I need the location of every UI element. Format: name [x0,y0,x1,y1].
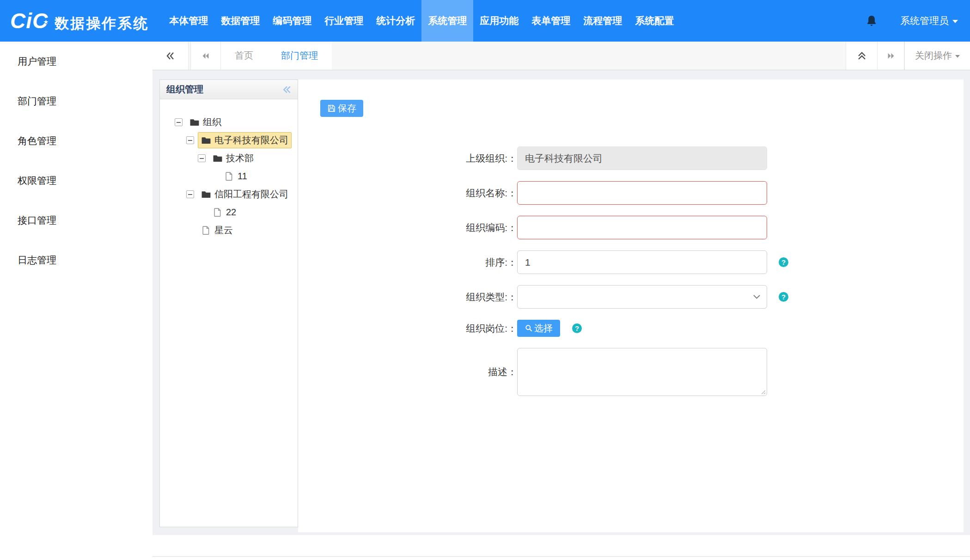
sidebar-item-interfaces[interactable]: 接口管理 [0,201,153,240]
nav-item-statistics[interactable]: 统计分析 [370,0,421,42]
tree-node-11[interactable]: 11 [160,167,298,185]
sidebar-item-logs[interactable]: 日志管理 [0,240,153,280]
parent-org-field [517,146,767,170]
label-colon: ： [507,153,517,164]
magnifier-icon [525,324,533,333]
sidebar-item-roles[interactable]: 角色管理 [0,121,153,161]
scroll-tabs-left-button[interactable] [190,42,221,70]
file-icon [213,207,223,218]
close-actions-dropdown[interactable]: 关闭操作 [904,42,970,70]
help-icon-org-post[interactable] [572,323,582,333]
panel-title: 组织管理 [166,83,203,96]
tree-node-label: 电子科技有限公司 [214,134,288,146]
chevrons-up-icon [856,50,867,61]
tree-node-label: 组织 [203,116,221,128]
nav-item-data[interactable]: 数据管理 [214,0,266,42]
form-row-description: 描述： [320,348,964,396]
org-form: 上级组织:： 组织名称:： 组织编码:： 排序:： 组织类 [320,146,964,396]
help-icon-org-type[interactable] [779,292,788,302]
navbar-right: 系统管理员 [865,14,958,27]
tree-node-label: 信阳工程有限公司 [214,188,288,201]
org-tree: 组织 电子科技有限公司 技术部 [160,99,298,239]
field-label: 组织类型: [466,292,507,302]
tab-home[interactable]: 首页 [221,42,267,70]
tree-node-company-1[interactable]: 电子科技有限公司 [160,131,298,149]
nav-item-workflow[interactable]: 流程管理 [577,0,628,42]
collapse-up-button[interactable] [846,42,878,70]
tree-node-root[interactable]: 组织 [160,113,298,131]
sidebar-item-permissions[interactable]: 权限管理 [0,161,153,201]
tabbar-spacer [332,42,846,70]
department-form-panel: 保存 上级组织:： 组织名称:： 组织编码:： 排序:： [298,79,964,532]
tree-node-xingyun[interactable]: 星云 [160,221,298,239]
folder-icon [189,117,200,128]
main-menu: 本体管理 数据管理 编码管理 行业管理 统计分析 系统管理 应用功能 表单管理 … [163,0,680,42]
field-label: 组织编码: [466,222,507,233]
tree-node-label: 22 [226,207,236,218]
folder-icon [213,153,223,164]
panel-collapse-button[interactable] [282,85,292,95]
form-row-org-code: 组织编码:： [320,216,964,239]
nav-item-config[interactable]: 系统配置 [628,0,680,42]
org-tree-header: 组织管理 [160,80,298,99]
product-name: 数据操作系统 [55,14,149,33]
chevron-down-icon [955,55,960,58]
org-tree-panel: 组织管理 组织 电子科技有限公司 [159,79,298,527]
nav-item-system[interactable]: 系统管理 [421,0,473,42]
form-row-org-post: 组织岗位:： 选择 [320,320,964,337]
sidebar-item-departments[interactable]: 部门管理 [0,81,153,121]
user-name: 系统管理员 [900,14,949,27]
logo-text: CiC★ [10,8,48,33]
tree-node-22[interactable]: 22 [160,203,298,221]
content-area: 组织管理 组织 电子科技有限公司 [153,70,970,532]
nav-item-ontology[interactable]: 本体管理 [163,0,214,42]
tab-departments[interactable]: 部门管理 [267,42,332,70]
org-name-field[interactable] [517,181,767,205]
bell-icon[interactable] [865,14,878,27]
label-colon: ： [507,257,517,268]
sidebar-item-users[interactable]: 用户管理 [0,42,153,81]
minus-square-icon[interactable] [186,190,194,198]
label-colon: ： [507,323,517,334]
field-label: 描述 [488,366,507,377]
form-row-org-type: 组织类型:： [320,285,964,309]
org-type-select[interactable] [517,285,767,309]
minus-square-icon[interactable] [186,136,194,144]
nav-item-encoding[interactable]: 编码管理 [266,0,318,42]
nav-item-forms[interactable]: 表单管理 [525,0,577,42]
help-icon-sort[interactable] [779,257,788,267]
form-row-org-name: 组织名称:： [320,181,964,205]
resize-handle[interactable] [760,389,766,395]
tree-node-label: 星云 [214,224,233,237]
description-textarea[interactable] [517,348,767,396]
nav-item-application[interactable]: 应用功能 [473,0,525,42]
folder-icon [201,189,211,200]
user-menu[interactable]: 系统管理员 [900,14,958,27]
fast-forward-icon [886,51,896,61]
sort-field[interactable] [517,250,767,274]
label-colon: ： [507,292,517,302]
tab-bar: 首页 部门管理 关闭操作 [153,42,970,70]
tree-node-label: 11 [238,171,247,182]
collapse-sidebar-button[interactable] [153,42,189,70]
tree-node-tech-dept[interactable]: 技术部 [160,149,298,167]
form-row-parent-org: 上级组织:： [320,146,964,170]
file-icon [224,171,234,182]
chevron-down-icon [952,20,958,23]
org-code-field[interactable] [517,216,767,239]
save-button[interactable]: 保存 [320,100,363,117]
chevrons-left-icon [165,50,176,61]
scroll-tabs-right-button[interactable] [878,42,904,70]
app-logo: CiC★ 数据操作系统 [10,8,149,33]
nav-item-industry[interactable]: 行业管理 [318,0,370,42]
logo-star-icon: ★ [43,18,49,25]
select-post-button[interactable]: 选择 [517,320,560,337]
field-label: 组织名称: [466,188,507,198]
page-footer [153,535,970,560]
file-icon [201,225,211,236]
field-label: 组织岗位: [466,323,507,334]
field-label: 上级组织: [466,153,507,164]
minus-square-icon[interactable] [198,154,206,162]
minus-square-icon[interactable] [175,118,183,126]
tree-node-company-2[interactable]: 信阳工程有限公司 [160,185,298,203]
